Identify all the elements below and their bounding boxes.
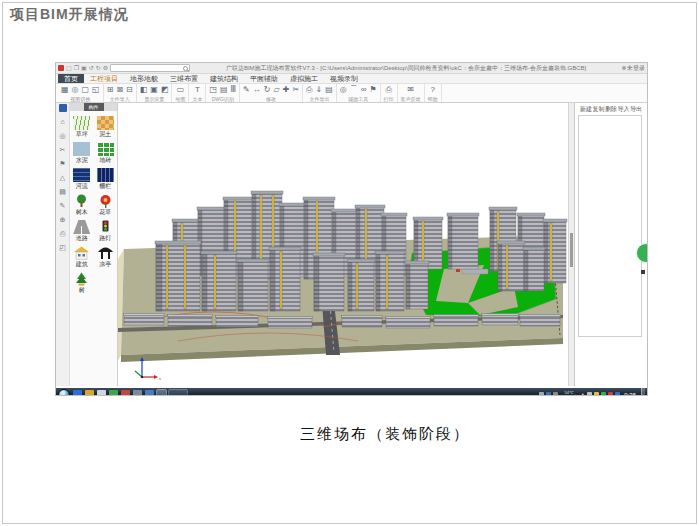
palette-item-road[interactable]: 道路 bbox=[70, 220, 94, 242]
start-button-icon[interactable] bbox=[58, 389, 70, 397]
dwg-layer-icon[interactable]: ▤ bbox=[220, 85, 228, 94]
capture-tool-icon[interactable]: ◰ bbox=[59, 244, 66, 252]
taskbar-app-browser-icon[interactable] bbox=[73, 390, 82, 396]
add-tool-icon[interactable]: ⊕ bbox=[60, 216, 66, 224]
help-icon[interactable]: ? bbox=[430, 85, 434, 94]
binoculars-icon[interactable]: ∞ bbox=[361, 85, 367, 94]
move-icon[interactable]: ↔ bbox=[253, 85, 261, 94]
taskbar-app-red-icon[interactable] bbox=[121, 390, 130, 396]
panel-action-import[interactable]: 导入 bbox=[618, 105, 630, 114]
print-icon[interactable]: ⎙ bbox=[385, 85, 391, 94]
tray-icon-6[interactable] bbox=[601, 392, 606, 396]
tray-icon-8[interactable] bbox=[615, 392, 620, 396]
tray-icon-4[interactable] bbox=[587, 392, 592, 396]
lamp-tool-icon[interactable]: ◎ bbox=[59, 132, 65, 140]
taskbar-app-gray-icon[interactable] bbox=[133, 390, 142, 396]
view-grid-icon[interactable]: ▦ bbox=[61, 85, 69, 94]
tray-icon-5[interactable] bbox=[594, 392, 599, 396]
import-icon[interactable]: ⊞ bbox=[107, 85, 114, 94]
new-file-icon[interactable]: ▢ bbox=[66, 65, 72, 71]
measure-icon[interactable]: ⌒ bbox=[350, 85, 358, 94]
palette-item-streetlight[interactable]: 路灯 bbox=[94, 220, 118, 242]
tab-3d-layout[interactable]: 三维布置 bbox=[164, 74, 204, 83]
import-list-icon[interactable]: ⊟ bbox=[126, 85, 133, 94]
draw-icon[interactable]: ▭ bbox=[177, 85, 185, 94]
save-icon[interactable]: ▣ bbox=[81, 65, 87, 71]
edit-icon[interactable]: ✎ bbox=[243, 85, 250, 94]
flag-icon[interactable]: ⚑ bbox=[369, 85, 376, 94]
export-sheet-icon[interactable]: ▤ bbox=[325, 85, 333, 94]
flag-tool-icon[interactable]: ⚑ bbox=[59, 160, 65, 168]
panel-action-delete[interactable]: 删除 bbox=[605, 105, 617, 114]
open-file-icon[interactable]: ❐ bbox=[74, 65, 79, 71]
login-status[interactable]: 未登录 bbox=[622, 64, 645, 73]
feedback-icon[interactable]: ✉ bbox=[407, 85, 414, 94]
palette-item-building[interactable]: 建筑 bbox=[70, 246, 94, 268]
tab-virtual-construction[interactable]: 虚拟施工 bbox=[284, 74, 324, 83]
import-model-icon[interactable]: ⊠ bbox=[116, 85, 123, 94]
cone-tool-icon[interactable]: △ bbox=[60, 174, 65, 182]
taskbar-app-green-icon[interactable] bbox=[109, 390, 118, 396]
taskbar-active-window-button[interactable] bbox=[169, 390, 187, 396]
print-tool-icon[interactable]: ⎙ bbox=[60, 230, 66, 238]
pen-tool-icon[interactable]: ✎ bbox=[60, 202, 66, 210]
scrollbar-thumb[interactable] bbox=[570, 233, 573, 267]
settings-icon[interactable]: ⚙ bbox=[103, 65, 108, 71]
palette-item-pavilion[interactable]: 凉亭 bbox=[94, 246, 118, 268]
camera-icon[interactable]: ◎ bbox=[340, 85, 347, 94]
tab-plane-assist[interactable]: 平面辅助 bbox=[244, 74, 284, 83]
show-desktop-button[interactable] bbox=[641, 388, 645, 396]
palette-item-lawn[interactable]: 草坪 bbox=[70, 116, 94, 138]
palette-title[interactable]: 构件 bbox=[84, 103, 104, 111]
display-corner-icon[interactable]: ◩ bbox=[161, 85, 169, 94]
search-input[interactable] bbox=[110, 64, 190, 72]
viewport-3d[interactable]: x bbox=[118, 103, 568, 386]
tab-home[interactable]: 首页 bbox=[58, 74, 84, 83]
panel-action-export[interactable]: 导出 bbox=[630, 105, 642, 114]
tray-expand-icon[interactable]: ▲ bbox=[580, 392, 585, 396]
tab-terrain[interactable]: 地形地貌 bbox=[124, 74, 164, 83]
tab-video-record[interactable]: 视频录制 bbox=[324, 74, 364, 83]
undo-icon[interactable]: ↺ bbox=[89, 65, 94, 71]
palette-item-flower[interactable]: 花草 bbox=[94, 194, 118, 216]
palette-item-tree[interactable]: 树木 bbox=[70, 194, 94, 216]
taskbar-active-app-icon[interactable] bbox=[157, 390, 166, 396]
tab-project[interactable]: 工程项目 bbox=[84, 74, 124, 83]
text-icon[interactable]: T bbox=[195, 85, 200, 94]
site-model-canvas[interactable]: x bbox=[118, 103, 568, 386]
palette-item-tile[interactable]: 地砖 bbox=[94, 142, 118, 164]
trim-icon[interactable]: ✂ bbox=[292, 85, 299, 94]
redo-icon[interactable]: ↻ bbox=[96, 65, 101, 71]
cut-tool-icon[interactable]: ✂ bbox=[60, 146, 66, 154]
taskbar-app-folder-icon[interactable] bbox=[85, 390, 94, 396]
palette-item-pine[interactable]: 树 bbox=[70, 272, 94, 294]
view-target-icon[interactable]: ◎ bbox=[72, 85, 79, 94]
tray-icon-2[interactable] bbox=[546, 392, 551, 396]
export-down-icon[interactable]: ⇓ bbox=[315, 85, 322, 94]
panel-action-new[interactable]: 新建 bbox=[580, 105, 592, 114]
tray-icon-7[interactable] bbox=[608, 392, 613, 396]
tray-icon-3[interactable] bbox=[553, 392, 558, 396]
view-frame-icon[interactable]: ▢ bbox=[82, 85, 90, 94]
view-corner-icon[interactable]: ◱ bbox=[92, 85, 100, 94]
dwg-recognize-icon[interactable]: ◳ bbox=[209, 85, 217, 94]
tab-structure[interactable]: 建筑结构 bbox=[204, 74, 244, 83]
palette-item-dirt[interactable]: 泥土 bbox=[94, 116, 118, 138]
display-half-icon[interactable]: ◧ bbox=[140, 85, 148, 94]
export-print-icon[interactable]: ⎙ bbox=[306, 85, 312, 94]
home-tool-icon[interactable]: ⌂ bbox=[60, 118, 64, 126]
display-box-icon[interactable]: ▣ bbox=[150, 85, 158, 94]
panel-list-box[interactable] bbox=[578, 115, 642, 337]
tray-icon-1[interactable] bbox=[539, 392, 544, 396]
palette-item-fence[interactable]: 栅栏 bbox=[94, 168, 118, 190]
dwg-lines-icon[interactable]: Ⅲ bbox=[231, 85, 237, 94]
add-icon[interactable]: ✚ bbox=[283, 85, 290, 94]
mirror-icon[interactable]: ▱ bbox=[274, 85, 280, 94]
palette-item-river[interactable]: 河流 bbox=[70, 168, 94, 190]
taskbar-clock[interactable]: 9:35 bbox=[624, 392, 636, 397]
panel-resize-handle[interactable] bbox=[641, 270, 645, 274]
panel-action-copy[interactable]: 复制 bbox=[593, 105, 605, 114]
rotate-icon[interactable]: ↻ bbox=[264, 85, 271, 94]
layer-tool-icon[interactable]: ▤ bbox=[59, 188, 66, 196]
taskbar-app-blue-icon[interactable] bbox=[145, 390, 154, 396]
